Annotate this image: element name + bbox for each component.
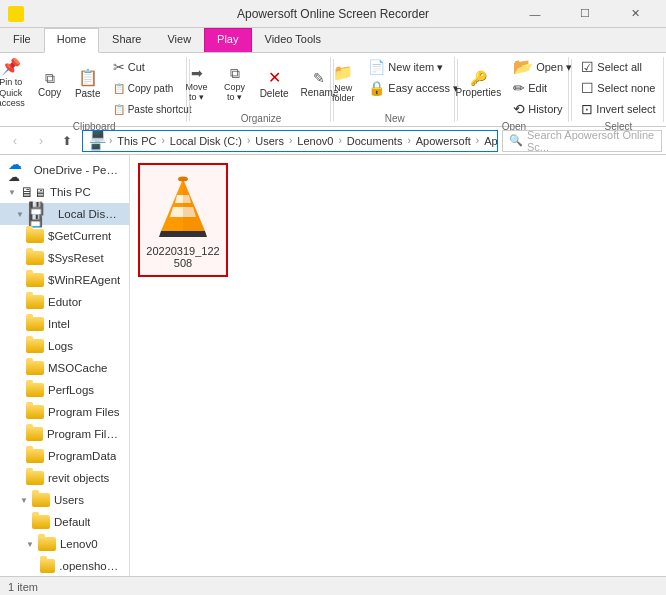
ribbon-group-open: Properties Open ▾ Edit History	[460, 57, 570, 122]
svg-point-5	[178, 176, 188, 181]
onedrive-label: OneDrive - Person...	[34, 164, 121, 176]
path-users[interactable]: Users	[253, 135, 286, 147]
history-button[interactable]: History	[508, 99, 577, 119]
move-icon	[191, 66, 203, 80]
new-folder-button[interactable]: Newfolder	[325, 57, 361, 111]
sidebar-item-perflogs[interactable]: PerfLogs	[0, 379, 129, 401]
ribbon-group-organize: Moveto ▾ Copyto ▾ Delete Rename Organize	[192, 57, 331, 122]
open-icon	[513, 59, 533, 75]
folder-icon	[32, 515, 50, 529]
path-localdisk[interactable]: Local Disk (C:)	[168, 135, 244, 147]
sidebar-item-programdata[interactable]: ProgramData	[0, 445, 129, 467]
sidebar-item-thispc[interactable]: ▼ 🖥 This PC	[0, 181, 129, 203]
back-button[interactable]: ‹	[4, 130, 26, 152]
ribbon-group-clipboard: Pin to Quickaccess Copy Paste Cut	[2, 57, 187, 122]
path-documents[interactable]: Documents	[345, 135, 405, 147]
sidebar-item-edutor[interactable]: Edutor	[0, 291, 129, 313]
perflogs-label: PerfLogs	[48, 384, 94, 396]
search-box[interactable]: 🔍 Search Apowersoft Online Sc...	[502, 130, 662, 152]
ribbon-group-new: Newfolder New item ▾ Easy access ▾ New	[336, 57, 455, 122]
folder-icon	[32, 493, 50, 507]
sidebar-item-sysreset[interactable]: $SysReset	[0, 247, 129, 269]
sidebar-item-programfilesx[interactable]: Program Files (	[0, 423, 129, 445]
invert-icon	[581, 102, 593, 116]
sidebar-item-onedrive[interactable]: ☁ OneDrive - Person...	[0, 159, 129, 181]
msocache-label: MSOCache	[48, 362, 107, 374]
winreagent-label: $WinREAgent	[48, 274, 120, 286]
copy-button[interactable]: Copy	[32, 57, 68, 111]
folder-icon	[26, 295, 44, 309]
rename-icon	[313, 71, 325, 85]
select-none-button[interactable]: Select none	[576, 78, 660, 98]
file-item-vlc[interactable]: 20220319_122508	[138, 163, 228, 277]
delete-button[interactable]: Delete	[255, 57, 294, 111]
ribbon-tabs: File Home Share View Play Video Tools	[0, 28, 666, 52]
file-name: 20220319_122508	[144, 245, 222, 269]
properties-button[interactable]: Properties	[451, 57, 507, 111]
getcurrent-label: $GetCurrent	[48, 230, 111, 242]
close-button[interactable]: ✕	[612, 0, 658, 28]
folder-icon	[38, 537, 56, 551]
vlc-cone-icon	[153, 175, 213, 240]
maximize-button[interactable]: ☐	[562, 0, 608, 28]
up-button[interactable]: ⬆	[56, 130, 78, 152]
tab-home[interactable]: Home	[44, 28, 99, 53]
paste-button[interactable]: Paste	[70, 57, 106, 111]
properties-icon	[470, 71, 487, 85]
selectnone-icon	[581, 81, 594, 95]
sidebar-item-openshot[interactable]: .openshot_c...	[0, 555, 129, 576]
sidebar-item-users[interactable]: ▼ Users	[0, 489, 129, 511]
select-all-button[interactable]: Select all	[576, 57, 660, 77]
sidebar-item-intel[interactable]: Intel	[0, 313, 129, 335]
invert-label: Invert select	[596, 103, 655, 115]
tab-share[interactable]: Share	[99, 28, 154, 52]
path-thispc[interactable]: This PC	[115, 135, 158, 147]
edit-label: Edit	[528, 82, 547, 94]
open-button[interactable]: Open ▾	[508, 57, 577, 77]
edit-button[interactable]: Edit	[508, 78, 577, 98]
selectall-icon	[581, 60, 594, 74]
title-controls: — ☐ ✕	[512, 0, 658, 28]
sidebar-item-localdisk[interactable]: ▼ 💾 Local Disk (C:)	[0, 203, 129, 225]
users-label: Users	[54, 494, 84, 506]
tab-view[interactable]: View	[154, 28, 204, 52]
path-recorder[interactable]: Apowersoft Online Screen Recorder	[482, 135, 498, 147]
path-apowersoft[interactable]: Apowersoft	[414, 135, 473, 147]
ribbon: File Home Share View Play Video Tools Pi…	[0, 28, 666, 127]
pin-quickaccess-button[interactable]: Pin to Quickaccess	[0, 57, 30, 111]
tab-file[interactable]: File	[0, 28, 44, 52]
programfilesx-label: Program Files (	[47, 428, 121, 440]
new-item-button[interactable]: New item ▾	[363, 57, 464, 77]
folder-icon	[26, 229, 44, 243]
tab-videotools[interactable]: Video Tools	[252, 28, 334, 52]
sidebar-item-getcurrent[interactable]: $GetCurrent	[0, 225, 129, 247]
sidebar-item-default[interactable]: Default	[0, 511, 129, 533]
sidebar-item-winreagent[interactable]: $WinREAgent	[0, 269, 129, 291]
easy-access-button[interactable]: Easy access ▾	[363, 78, 464, 98]
copy-to-button[interactable]: Copyto ▾	[217, 57, 253, 111]
edutor-label: Edutor	[48, 296, 82, 308]
sidebar-item-lenov0[interactable]: ▼ Lenov0	[0, 533, 129, 555]
tab-play[interactable]: Play	[204, 28, 251, 52]
delete-icon	[268, 70, 281, 86]
sidebar-item-msocache[interactable]: MSOCache	[0, 357, 129, 379]
properties-label: Properties	[456, 87, 502, 98]
folder-icon	[26, 471, 44, 485]
localdisk-label: Local Disk (C:)	[58, 208, 121, 220]
move-to-button[interactable]: Moveto ▾	[179, 57, 215, 111]
sidebar-item-programfiles[interactable]: Program Files	[0, 401, 129, 423]
forward-button[interactable]: ›	[30, 130, 52, 152]
select-buttons: Select all Select none Invert select	[576, 57, 660, 119]
invert-select-button[interactable]: Invert select	[576, 99, 660, 119]
search-placeholder: Search Apowersoft Online Sc...	[527, 129, 655, 153]
title-bar: Apowersoft Online Screen Recorder — ☐ ✕	[0, 0, 666, 28]
minimize-button[interactable]: —	[512, 0, 558, 28]
address-path[interactable]: 💻 › This PC › Local Disk (C:) › Users › …	[82, 130, 498, 152]
pin-icon	[1, 59, 21, 75]
path-lenov0[interactable]: Lenov0	[295, 135, 335, 147]
selectnone-label: Select none	[597, 82, 655, 94]
sidebar-item-revitobjects[interactable]: revit objects	[0, 467, 129, 489]
move-label: Moveto ▾	[186, 82, 208, 102]
folder-icon	[26, 273, 44, 287]
sidebar-item-logs[interactable]: Logs	[0, 335, 129, 357]
